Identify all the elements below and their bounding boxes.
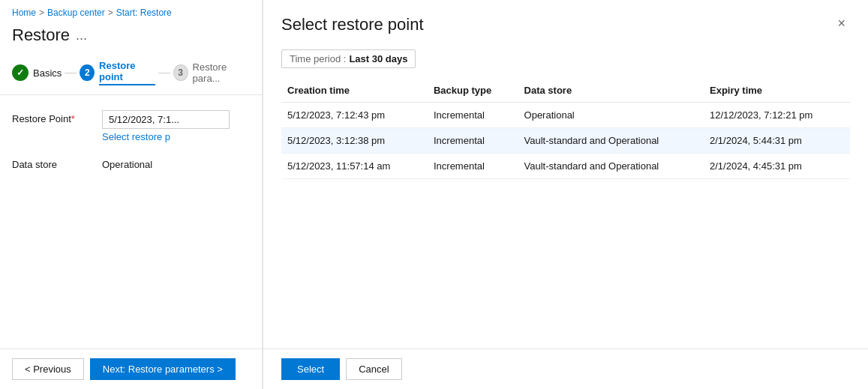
step-restore-point-circle: 2 [80,64,95,81]
modal-body: Time period : Last 30 days Creation time… [263,43,868,349]
time-period-label: Time period : [290,53,346,64]
table-cell-expiry_time: 2/1/2024, 5:44:31 pm [704,128,850,154]
modal-panel: Select restore point × Time period : Las… [263,0,868,389]
restore-point-field-row: Restore Point* 5/12/2023, 7:1... Select … [12,110,250,142]
cancel-button[interactable]: Cancel [346,358,401,380]
breadcrumb-backup-center[interactable]: Backup center [47,7,105,18]
page-options-button[interactable]: ... [76,28,87,43]
breadcrumb-sep-1: > [39,7,44,18]
table-cell-creation_time: 5/12/2023, 3:12:38 pm [281,128,428,154]
step-sep-1 [65,73,77,73]
table-cell-data_store: Vault-standard and Operational [518,154,704,179]
col-creation-time: Creation time [281,80,428,103]
col-expiry-time: Expiry time [704,80,850,103]
table-row[interactable]: 5/12/2023, 11:57:14 amIncrementalVault-s… [281,154,850,179]
table-cell-creation_time: 5/12/2023, 11:57:14 am [281,154,428,179]
time-period-value: Last 30 days [349,53,407,64]
page-title-row: Restore ... [0,22,262,54]
time-period-badge[interactable]: Time period : Last 30 days [281,49,416,68]
modal-header: Select restore point × [263,0,868,43]
table-cell-backup_type: Incremental [428,154,518,179]
breadcrumb-home[interactable]: Home [12,7,36,18]
modal-title: Select restore point [281,15,424,34]
step-sep-2 [158,73,170,73]
steps-row: Basics 2 Restore point 3 Restore para... [0,54,262,95]
table-cell-expiry_time: 12/12/2023, 7:12:21 pm [704,103,850,128]
breadcrumb-sep-2: > [108,7,113,18]
left-panel: Home > Backup center > Start: Restore Re… [0,0,263,389]
table-cell-backup_type: Incremental [428,103,518,128]
restore-point-label: Restore Point* [12,110,95,124]
select-restore-link[interactable]: Select restore p [102,131,230,142]
modal-footer: Select Cancel [263,349,868,389]
breadcrumb-current: Start: Restore [116,7,172,18]
table-row[interactable]: 5/12/2023, 7:12:43 pmIncrementalOperatio… [281,103,850,128]
previous-button[interactable]: < Previous [12,358,84,380]
table-row[interactable]: 5/12/2023, 3:12:38 pmIncrementalVault-st… [281,128,850,154]
next-button[interactable]: Next: Restore parameters > [90,358,236,380]
table-cell-expiry_time: 2/1/2024, 4:45:31 pm [704,154,850,179]
step-restore-point-label: Restore point [99,60,155,85]
restore-point-input[interactable]: 5/12/2023, 7:1... [102,110,230,129]
page-title: Restore [12,25,70,45]
modal-close-button[interactable]: × [833,15,850,31]
step-basics-label: Basics [33,67,62,79]
step-basics-circle [12,64,29,81]
table-cell-backup_type: Incremental [428,128,518,154]
step-restore-point[interactable]: 2 Restore point [80,60,155,85]
step-restore-params-label: Restore para... [193,61,250,84]
step-basics[interactable]: Basics [12,64,62,81]
table-cell-data_store: Operational [518,103,704,128]
col-data-store: Data store [518,80,704,103]
data-store-field-row: Data store Operational [12,156,250,170]
restore-point-table: Creation time Backup type Data store Exp… [281,80,850,179]
check-icon [17,67,24,78]
col-backup-type: Backup type [428,80,518,103]
step-restore-params-circle: 3 [173,64,188,81]
restore-point-value-col: 5/12/2023, 7:1... Select restore p [102,110,230,142]
select-button[interactable]: Select [281,358,340,380]
left-footer: < Previous Next: Restore parameters > [0,349,262,389]
step-restore-params[interactable]: 3 Restore para... [173,61,250,84]
table-cell-creation_time: 5/12/2023, 7:12:43 pm [281,103,428,128]
data-store-value: Operational [102,156,152,170]
required-indicator: * [71,113,75,124]
main-container: Home > Backup center > Start: Restore Re… [0,0,868,389]
left-content: Restore Point* 5/12/2023, 7:1... Select … [0,95,262,349]
table-cell-data_store: Vault-standard and Operational [518,128,704,154]
data-store-label: Data store [12,156,95,170]
breadcrumb: Home > Backup center > Start: Restore [0,0,262,22]
